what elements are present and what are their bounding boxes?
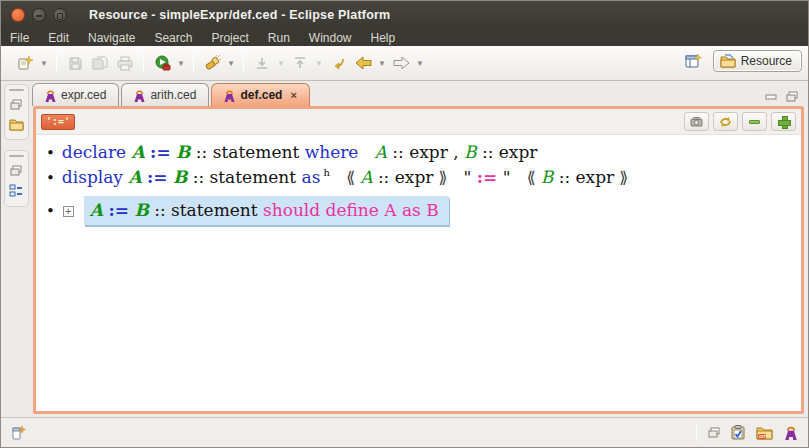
editor-content[interactable]: •declare A := B :: statement where A :: … xyxy=(36,135,801,225)
code-segment: where xyxy=(305,142,359,162)
next-annotation-dropdown-arrow: ▾ xyxy=(276,58,286,68)
cedille-file-icon xyxy=(45,89,56,102)
collapse-button[interactable] xyxy=(742,112,767,131)
menu-item-project[interactable]: Project xyxy=(211,31,248,45)
fast-view-icon xyxy=(11,425,27,440)
main-toolbar: ▾ xyxy=(1,46,808,81)
workbench-area: expr.ced arith.ced def.ced × xyxy=(1,82,808,417)
maximize-editor-button[interactable] xyxy=(786,91,798,102)
tasks-clipboard-icon xyxy=(731,425,745,440)
code-segment: :: expr xyxy=(553,167,614,187)
forward-button[interactable] xyxy=(390,52,412,74)
close-button[interactable] xyxy=(11,8,25,22)
next-annotation-button xyxy=(251,52,273,74)
code-segment: ⟪ xyxy=(527,168,541,187)
stack-drag-handle[interactable] xyxy=(9,89,24,91)
menu-item-help[interactable]: Help xyxy=(371,31,396,45)
minimize-button[interactable] xyxy=(32,8,46,22)
eclipse-window: Resource - simpleExpr/def.ced - Eclipse … xyxy=(0,0,809,448)
minimize-editor-button[interactable] xyxy=(765,91,778,102)
tab-label: def.ced xyxy=(240,88,282,102)
menu-item-window[interactable]: Window xyxy=(309,31,352,45)
line-bullet: • xyxy=(46,202,55,220)
menu-item-file[interactable]: File xyxy=(10,31,29,45)
fast-view-button[interactable] xyxy=(11,425,27,440)
line-bullet: • xyxy=(46,169,55,187)
editor-line-2[interactable]: •display A := B :: statement as h ⟪ A ::… xyxy=(46,167,801,187)
stack-drag-handle[interactable] xyxy=(9,155,24,157)
titlebar: Resource - simpleExpr/def.ced - Eclipse … xyxy=(1,1,808,29)
tasks-view-button[interactable] xyxy=(731,425,745,440)
outline-view-button[interactable] xyxy=(9,184,23,198)
save-all-icon xyxy=(92,56,108,71)
plus-icon xyxy=(778,116,789,127)
expand-toggle-icon[interactable]: + xyxy=(63,206,74,217)
code-segment: as xyxy=(302,167,321,187)
menu-item-edit[interactable]: Edit xyxy=(48,31,69,45)
code-segment: should define A as B xyxy=(263,200,439,220)
search-dropdown-arrow[interactable]: ▾ xyxy=(226,58,236,68)
tab-close-icon[interactable]: × xyxy=(290,89,296,101)
assign-symbol-badge[interactable]: ':=' xyxy=(41,114,75,130)
expand-button[interactable] xyxy=(771,112,796,131)
resource-perspective-button[interactable]: Resource xyxy=(713,50,802,72)
git-repositories-button[interactable]: GIT xyxy=(756,426,773,440)
tab-arith-ced[interactable]: arith.ced xyxy=(121,83,209,106)
open-perspective-button[interactable] xyxy=(683,50,705,72)
snapshot-button[interactable] xyxy=(684,112,709,131)
project-explorer-button[interactable] xyxy=(9,118,24,131)
sync-button[interactable] xyxy=(713,112,738,131)
menu-item-navigate[interactable]: Navigate xyxy=(88,31,135,45)
line-text[interactable]: display A := B :: statement as h ⟪ A :: … xyxy=(62,167,628,187)
tab-expr-ced[interactable]: expr.ced xyxy=(32,83,119,106)
editor-toolbar-buttons xyxy=(684,112,796,131)
cedille-logo-button[interactable] xyxy=(784,425,798,440)
cedille-file-icon xyxy=(134,89,145,102)
menu-item-run[interactable]: Run xyxy=(268,31,290,45)
cedille-editor[interactable]: ':=' xyxy=(33,106,804,414)
run-dropdown-arrow[interactable]: ▾ xyxy=(176,58,186,68)
code-segment: :: statement xyxy=(187,167,301,187)
code-segment: B xyxy=(173,167,187,187)
code-segment: :: statement xyxy=(190,142,304,162)
perspective-bar: Resource xyxy=(683,50,802,72)
code-segment: A xyxy=(90,200,103,220)
restore-view-button[interactable] xyxy=(10,165,22,176)
run-external-tools-button[interactable] xyxy=(151,52,173,74)
last-edit-location-button[interactable] xyxy=(327,52,349,74)
minimized-outline-stack xyxy=(4,150,29,207)
forward-dropdown-arrow[interactable]: ▾ xyxy=(415,58,425,68)
tab-def-ced[interactable]: def.ced × xyxy=(211,83,309,106)
code-segment: " xyxy=(497,167,526,187)
statusbar-separator xyxy=(696,425,697,441)
minus-icon xyxy=(749,120,760,124)
editor-line-3[interactable]: •+A := B :: statement should define A as… xyxy=(46,196,801,225)
print-button xyxy=(114,52,136,74)
editor-line-1[interactable]: •declare A := B :: statement where A :: … xyxy=(46,142,801,162)
previous-annotation-dropdown-arrow: ▾ xyxy=(314,58,324,68)
snapshot-camera-icon xyxy=(690,117,703,127)
minimized-project-explorer-stack xyxy=(4,84,29,140)
new-wizard-button[interactable] xyxy=(14,52,36,74)
previous-annotation-icon xyxy=(293,56,307,70)
editor-stack-controls xyxy=(765,91,808,106)
print-icon xyxy=(117,56,133,71)
git-repositories-icon: GIT xyxy=(756,426,773,440)
line-text[interactable]: declare A := B :: statement where A :: e… xyxy=(62,142,538,162)
code-segment: declare xyxy=(62,142,132,162)
maximize-button[interactable] xyxy=(53,8,67,22)
back-dropdown-arrow[interactable]: ▾ xyxy=(377,58,387,68)
svg-text:GIT: GIT xyxy=(759,434,766,439)
menu-item-search[interactable]: Search xyxy=(154,31,192,45)
code-segment: ⟫ xyxy=(433,168,447,187)
restore-view-button[interactable] xyxy=(10,99,22,110)
new-wizard-icon xyxy=(17,55,33,71)
search-button[interactable] xyxy=(201,52,223,74)
back-button[interactable] xyxy=(352,52,374,74)
new-dropdown-arrow[interactable]: ▾ xyxy=(39,58,49,68)
restore-view-button[interactable] xyxy=(708,427,720,438)
selected-node[interactable]: A := B :: statement should define A as B xyxy=(84,196,449,225)
editor-toolbar: ':=' xyxy=(36,109,801,135)
previous-annotation-button xyxy=(289,52,311,74)
code-segment: := xyxy=(108,200,129,220)
